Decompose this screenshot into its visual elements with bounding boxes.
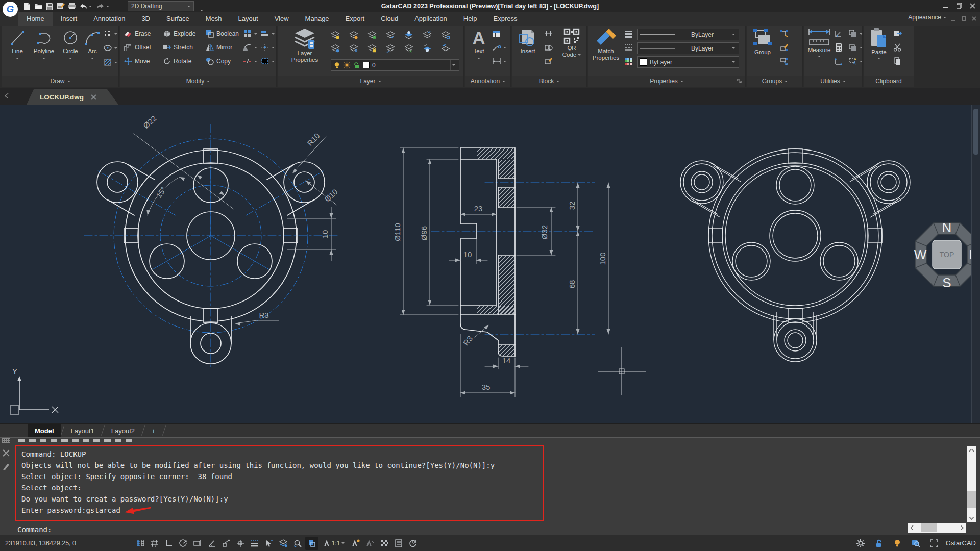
annotation-scale-control[interactable]: 1:1: [320, 537, 348, 550]
new-file-button[interactable]: [21, 1, 33, 11]
polyline-button[interactable]: Polyline: [31, 28, 57, 59]
array-button[interactable]: [243, 28, 257, 40]
layer-lock-button[interactable]: [368, 42, 386, 55]
break-button[interactable]: [243, 55, 257, 67]
tab-3d[interactable]: 3D: [133, 12, 158, 26]
object-snap-toggle[interactable]: [219, 537, 233, 550]
scroll-right-icon[interactable]: [958, 523, 966, 533]
chevron-down-icon[interactable]: [730, 57, 737, 67]
tab-export[interactable]: Export: [337, 12, 373, 26]
qr-code-button[interactable]: QR Code: [559, 28, 584, 58]
move-button[interactable]: Move: [124, 55, 150, 67]
copy-nested-button[interactable]: [848, 28, 863, 40]
offset-button[interactable]: Offset: [124, 41, 151, 54]
block-edit-button[interactable]: [544, 41, 553, 54]
snap-toggle[interactable]: [134, 537, 147, 550]
open-file-button[interactable]: [33, 1, 44, 11]
lineweight-dropdown[interactable]: ByLayer: [637, 29, 739, 40]
layer-on-button[interactable]: [331, 29, 349, 42]
layers-merge-button[interactable]: [848, 41, 863, 54]
command-horizontal-scrollbar[interactable]: [908, 523, 966, 533]
layer-unlock-button[interactable]: [368, 29, 386, 42]
table-button[interactable]: [492, 28, 501, 40]
viewcube[interactable]: N S W E TOP: [914, 220, 978, 290]
explode-button[interactable]: Explode: [162, 28, 195, 40]
add-layout-button[interactable]: +: [144, 424, 163, 438]
layer-isolate-button[interactable]: [404, 29, 423, 42]
paste-button[interactable]: Paste: [867, 28, 891, 59]
copy-clip-button[interactable]: [893, 28, 902, 40]
chevron-down-icon[interactable]: [730, 43, 737, 54]
layer-select-dropdown[interactable]: 0: [331, 59, 459, 71]
close-button[interactable]: [966, 0, 979, 11]
panel-label-groups[interactable]: Groups: [747, 76, 802, 87]
group-button[interactable]: Group: [749, 28, 776, 56]
match-properties-button[interactable]: Match Properties: [590, 28, 622, 61]
auto-annotation-toggle[interactable]: [363, 537, 377, 550]
save-button[interactable]: [44, 1, 55, 11]
tab-close-icon[interactable]: [91, 94, 96, 100]
undo-button[interactable]: [78, 1, 89, 11]
command-vertical-scrollbar[interactable]: [967, 446, 976, 522]
copy-with-basepoint-button[interactable]: [893, 55, 902, 67]
boolean-button[interactable]: Boolean: [205, 28, 239, 40]
lineweight-display-toggle[interactable]: [248, 537, 261, 550]
chevron-down-icon[interactable]: [730, 29, 737, 40]
scrollbar-thumb[interactable]: [973, 109, 978, 155]
ortho-toggle[interactable]: [162, 537, 176, 550]
tab-express[interactable]: Express: [485, 12, 526, 26]
scroll-up-icon[interactable]: [967, 446, 976, 455]
group-edit-button[interactable]: [780, 41, 789, 54]
layer-off-button[interactable]: [331, 42, 349, 55]
tab-annotation[interactable]: Annotation: [85, 12, 133, 26]
tab-layout1[interactable]: Layout1: [64, 424, 102, 438]
fullscreen-button[interactable]: [927, 537, 941, 550]
tab-view[interactable]: View: [266, 12, 297, 26]
panel-label-layer[interactable]: Layer: [278, 76, 463, 87]
ungroup-button[interactable]: [780, 28, 789, 40]
workspace-dropdown[interactable]: 2D Drafting: [128, 1, 194, 11]
isolate-objects-toggle[interactable]: [277, 537, 290, 550]
save-as-button[interactable]: [55, 1, 66, 11]
hardware-acceleration-toggle[interactable]: [378, 537, 391, 550]
print-button[interactable]: [66, 1, 78, 11]
tab-help[interactable]: Help: [455, 12, 485, 26]
chevron-down-icon[interactable]: [450, 60, 457, 70]
point-tool-button[interactable]: [103, 28, 117, 40]
panel-label-annotation[interactable]: Annotation: [465, 76, 510, 87]
layer-make-current-button[interactable]: [386, 29, 404, 42]
viewcube-south[interactable]: S: [942, 275, 951, 290]
layer-copy-to-button[interactable]: [441, 42, 459, 55]
object-properties-panel-toggle[interactable]: [392, 537, 405, 550]
arc-button[interactable]: Arc: [83, 28, 102, 59]
mirror-button[interactable]: Mirror: [205, 41, 232, 54]
workspace-switching-button[interactable]: [305, 537, 318, 550]
scroll-down-icon[interactable]: [967, 514, 976, 522]
search-help-button[interactable]: [909, 537, 922, 550]
drawing-viewport[interactable]: Ø22 R10 15° Ø10 10 R3: [0, 105, 980, 423]
panel-label-modify[interactable]: Modify: [120, 76, 276, 87]
tab-layout[interactable]: Layout: [230, 12, 266, 26]
dynamic-input-toggle[interactable]: [191, 537, 204, 550]
object-snap-tracking-toggle[interactable]: [234, 537, 247, 550]
command-window-grip[interactable]: [2, 438, 10, 443]
tab-manage[interactable]: Manage: [297, 12, 337, 26]
tab-surface[interactable]: Surface: [158, 12, 198, 26]
linetype-dropdown[interactable]: ByLayer: [637, 42, 739, 54]
layer-thaw-button[interactable]: [349, 42, 368, 55]
selection-cycling-toggle[interactable]: [262, 537, 276, 550]
layer-freeze-button[interactable]: [349, 29, 368, 42]
align-button[interactable]: [260, 28, 275, 40]
redo-dropdown-icon[interactable]: [106, 6, 109, 7]
document-tab[interactable]: LOCKUP.dwg: [27, 89, 118, 105]
group-select-toggle-button[interactable]: [780, 55, 789, 67]
quick-select-button[interactable]: [848, 55, 863, 67]
tab-cloud[interactable]: Cloud: [373, 12, 406, 26]
settings-gear-button[interactable]: [854, 537, 867, 550]
layer-walk-button[interactable]: [386, 42, 404, 55]
block-attr-edit-button[interactable]: [544, 55, 553, 67]
block-attribute-button[interactable]: [544, 28, 553, 40]
annotation-visibility-toggle[interactable]: [349, 537, 362, 550]
panel-label-properties[interactable]: Properties: [588, 76, 745, 87]
dialog-launcher-icon[interactable]: [737, 79, 742, 84]
